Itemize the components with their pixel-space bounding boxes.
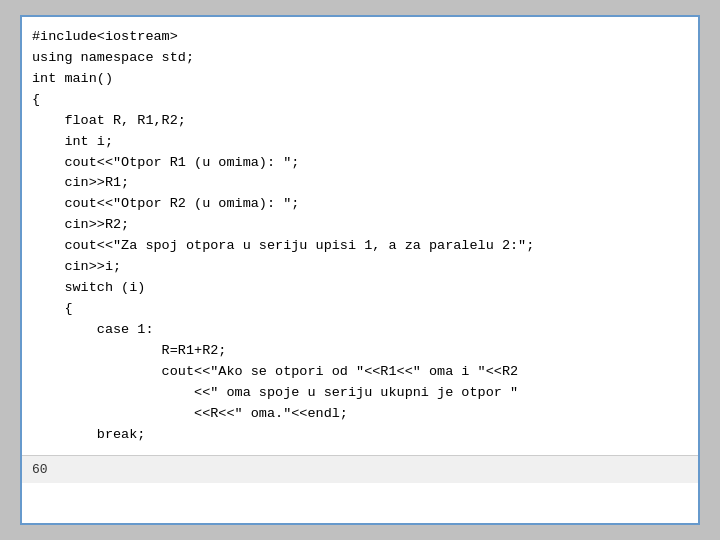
code-line-11: cout<<"Za spoj otpora u seriju upisi 1, … bbox=[32, 238, 534, 253]
line-number: 60 bbox=[32, 462, 48, 477]
code-line-4: { bbox=[32, 92, 40, 107]
code-content: #include<iostream> using namespace std; … bbox=[22, 17, 698, 455]
code-line-13: switch (i) bbox=[32, 280, 145, 295]
code-line-6: int i; bbox=[32, 134, 113, 149]
code-line-18: <<" oma spoje u seriju ukupni je otpor " bbox=[32, 385, 518, 400]
code-window: #include<iostream> using namespace std; … bbox=[20, 15, 700, 525]
code-line-5: float R, R1,R2; bbox=[32, 113, 186, 128]
code-line-19: <<R<<" oma."<<endl; bbox=[32, 406, 348, 421]
code-line-8: cin>>R1; bbox=[32, 175, 129, 190]
code-line-16: R=R1+R2; bbox=[32, 343, 226, 358]
code-line-15: case 1: bbox=[32, 322, 154, 337]
code-line-1: #include<iostream> bbox=[32, 29, 178, 44]
code-line-12: cin>>i; bbox=[32, 259, 121, 274]
code-line-2: using namespace std; bbox=[32, 50, 194, 65]
code-line-20: break; bbox=[32, 427, 145, 442]
code-line-9: cout<<"Otpor R2 (u omima): "; bbox=[32, 196, 299, 211]
code-line-10: cin>>R2; bbox=[32, 217, 129, 232]
code-line-17: cout<<"Ako se otpori od "<<R1<<" oma i "… bbox=[32, 364, 518, 379]
code-line-3: int main() bbox=[32, 71, 113, 86]
code-line-7: cout<<"Otpor R1 (u omima): "; bbox=[32, 155, 299, 170]
bottom-bar: 60 bbox=[22, 455, 698, 483]
code-line-14: { bbox=[32, 301, 73, 316]
